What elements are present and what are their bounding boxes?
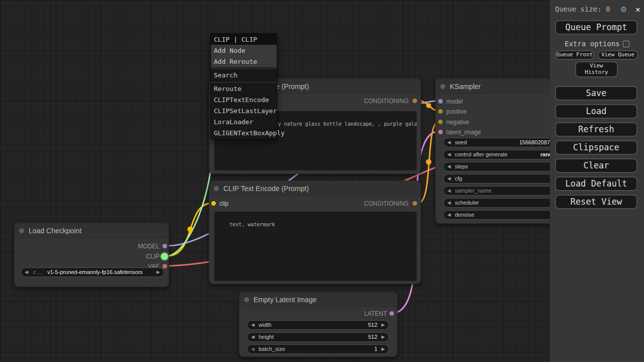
negative-input-slot[interactable] [438,120,443,124]
ckpt-name-label: c ... [33,268,42,277]
decrement-arrow-icon[interactable]: ◀ [447,187,451,195]
width-widget[interactable]: ◀ width 512 ▶ [247,320,389,330]
decrement-arrow-icon[interactable]: ◀ [251,345,255,353]
increment-arrow-icon[interactable]: ▶ [156,268,160,277]
node-title-bar[interactable]: Load Checkpoint [15,223,169,238]
node-title-bar[interactable]: CLIP Text Encode (Prompt) [209,181,421,196]
menu-item-loraloader[interactable]: LoraLoader [211,117,277,128]
decrement-arrow-icon[interactable]: ◀ [25,268,28,277]
queue-size-label: Queue size: [555,5,602,13]
negative-prompt-text: text, watermark [229,222,275,227]
save-button[interactable]: Save [555,86,637,101]
batch-size-widget[interactable]: ◀ batch_size 1 ▶ [247,344,389,354]
load-button[interactable]: Load [555,104,637,119]
node-empty-latent-image[interactable]: Empty Latent Image LATENT ◀ width 512 ▶ … [239,292,397,357]
steps-label: steps [455,162,468,171]
negative-input-label: negative [446,119,469,126]
menu-separator [211,68,277,69]
decrement-arrow-icon[interactable]: ◀ [447,150,451,159]
decrement-arrow-icon[interactable]: ◀ [251,333,255,341]
settings-gear-icon[interactable]: ⚙ [621,4,626,14]
decrement-arrow-icon[interactable]: ◀ [251,321,255,329]
menu-item-reroute[interactable]: Reroute [211,83,277,95]
positive-input-slot[interactable] [438,109,443,114]
menu-item-clipsetlastlayer[interactable]: CLIPSetLastLayer [211,106,277,117]
extra-options-checkbox[interactable] [623,41,629,47]
link-dot-conditioning-negative [426,159,432,165]
comfy-menu-panel: Queue size: 0 ⚙ ✕ Queue Prompt Extra opt… [550,0,644,362]
increment-arrow-icon[interactable]: ▶ [381,345,385,353]
load-default-button[interactable]: Load Default [555,176,637,191]
width-value: 512 [368,321,377,329]
node-collapse-dot[interactable] [244,297,249,302]
node-title: CLIP Text Encode (Prompt) [223,185,309,193]
latent-output-slot[interactable] [389,311,394,316]
menu-item-cliptextencode[interactable]: CLIPTextEncode [211,95,277,106]
model-input-slot[interactable] [438,99,443,104]
decrement-arrow-icon[interactable]: ◀ [447,174,451,183]
ckpt-name-widget[interactable]: ◀ c ... v1-5-pruned-emaonly-fp16.safeten… [21,267,164,277]
queue-prompt-button[interactable]: Queue Prompt [555,20,637,35]
height-label: height [259,333,274,341]
menu-separator [211,82,277,82]
node-title-bar[interactable]: Empty Latent Image [239,292,397,307]
queue-size-row: Queue size: 0 ⚙ ✕ [555,5,640,16]
node-load-checkpoint[interactable]: Load Checkpoint MODEL CLIP VAE ◀ c ... v… [14,223,169,287]
menu-item-add-node[interactable]: Add Node [211,45,277,56]
conditioning-output-slot[interactable] [413,201,417,206]
increment-arrow-icon[interactable]: ▶ [381,333,385,341]
node-collapse-dot[interactable] [440,84,445,89]
reset-view-button[interactable]: Reset View [555,195,637,209]
node-collapse-dot[interactable] [214,186,219,191]
menu-item-add-reroute[interactable]: Add Reroute [211,56,277,67]
extra-options-label: Extra options [565,40,620,48]
decrement-arrow-icon[interactable]: ◀ [447,211,451,219]
height-widget[interactable]: ◀ height 512 ▶ [247,332,389,342]
view-history-button[interactable]: View History [575,61,618,77]
latent-image-input-slot[interactable] [438,130,443,134]
latent-output-label: LATENT [364,310,387,317]
decrement-arrow-icon[interactable]: ◀ [447,199,451,207]
width-label: width [259,321,272,329]
clip-input-slot[interactable] [211,201,216,206]
negative-prompt-textarea[interactable]: text, watermark [214,212,417,281]
batch-size-value: 1 [374,345,377,353]
link-dot-conditioning-positive [426,103,431,108]
conditioning-output-slot[interactable] [413,99,417,103]
node-clip-text-encode-negative[interactable]: CLIP Text Encode (Prompt) clip CONDITION… [209,180,421,284]
queue-front-button[interactable]: Queue Front [555,50,594,60]
node-title: KSampler [450,82,480,90]
control-after-generate-label: control after generate [455,150,508,159]
clear-button[interactable]: Clear [555,158,637,173]
refresh-button[interactable]: Refresh [555,122,637,137]
increment-arrow-icon[interactable]: ▶ [381,321,385,329]
conditioning-output-label: CONDITIONING [364,98,409,105]
menu-item-search[interactable]: Search [211,70,277,81]
decrement-arrow-icon[interactable]: ◀ [447,162,451,171]
model-input-label: model [446,98,463,105]
positive-input-label: positive [446,108,467,115]
clip-output-slot[interactable] [161,253,168,260]
model-output-slot[interactable] [163,244,167,248]
node-collapse-dot[interactable] [19,228,24,233]
context-menu: CLIP | CLIP Add Node Add Reroute Search … [210,33,277,139]
extra-options-row: Extra options [550,40,644,48]
clipspace-button[interactable]: Clipspace [555,140,637,155]
sampler-name-label: sampler_name [455,187,492,195]
decrement-arrow-icon[interactable]: ◀ [447,138,451,147]
scheduler-label: scheduler [455,199,479,207]
view-queue-button[interactable]: View Queue [598,50,638,60]
link-dot-clip [188,227,193,232]
clip-output-label: CLIP [146,253,159,260]
clip-input-label: clip [219,200,228,207]
node-title: Empty Latent Image [254,296,316,304]
menu-item-gligentextboxapply[interactable]: GLIGENTextBoxApply [211,128,277,139]
model-output-label: MODEL [138,243,159,250]
height-value: 512 [368,333,377,341]
vae-output-slot[interactable] [163,264,167,268]
conditioning-output-label: CONDITIONING [364,200,409,207]
ckpt-name-value: v1-5-pruned-emaonly-fp16.safetensors [47,268,143,277]
context-menu-header: CLIP | CLIP [211,34,277,45]
link-dragging [168,137,213,256]
close-icon[interactable]: ✕ [635,5,640,14]
